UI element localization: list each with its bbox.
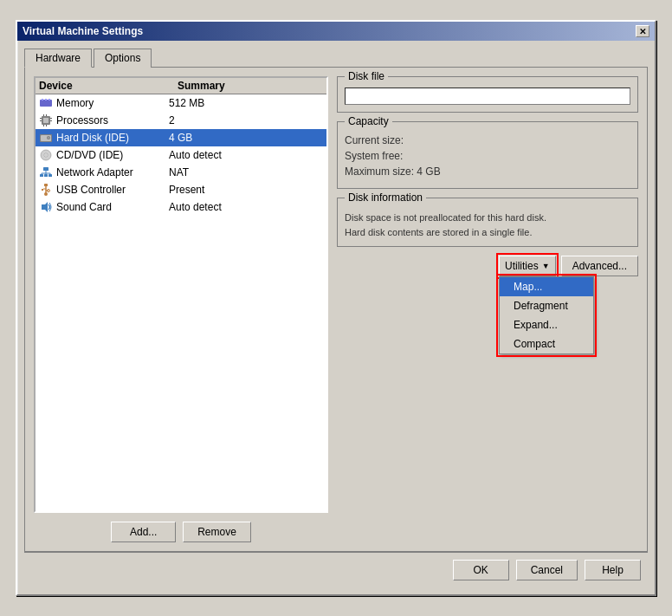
virtual-machine-settings-window: Virtual Machine Settings ✕ Hardware Opti… — [16, 20, 656, 596]
svg-rect-2 — [45, 99, 47, 101]
table-header: Device Summary — [36, 78, 326, 94]
device-summary: Present — [169, 184, 323, 196]
device-summary: 2 — [169, 114, 323, 126]
svg-rect-22 — [40, 174, 43, 177]
device-summary: Auto detect — [169, 149, 323, 161]
current-size-label: Current size: — [345, 134, 404, 146]
help-button[interactable]: Help — [585, 560, 641, 580]
window-content: Hardware Options Device Summary — [17, 41, 655, 594]
disk-file-title: Disk file — [345, 70, 388, 82]
left-panel: Device Summary Mem — [34, 76, 328, 542]
capacity-title: Capacity — [345, 115, 392, 127]
table-row[interactable]: Processors 2 — [36, 112, 326, 129]
current-size-row: Current size: — [345, 134, 630, 146]
utilities-button[interactable]: Utilities ▼ — [499, 256, 556, 276]
table-row[interactable]: Hard Disk (IDE) 4 GB — [36, 129, 326, 146]
svg-rect-8 — [50, 118, 52, 119]
svg-rect-5 — [43, 118, 48, 123]
device-name: USB Controller — [56, 184, 169, 196]
title-bar: Virtual Machine Settings ✕ — [17, 22, 655, 41]
device-name: Hard Disk (IDE) — [56, 132, 169, 144]
svg-rect-23 — [44, 174, 48, 177]
utilities-toolbar: Utilities ▼ Map... Defragment Expand... … — [337, 256, 638, 276]
window-title: Virtual Machine Settings — [23, 25, 143, 37]
close-button[interactable]: ✕ — [636, 25, 649, 37]
left-buttons: Add... Remove — [34, 522, 328, 542]
svg-point-20 — [45, 154, 47, 156]
tab-options[interactable]: Options — [94, 49, 152, 68]
hdd-icon — [39, 131, 53, 145]
disk-info-line2: Hard disk contents are stored in a singl… — [345, 225, 630, 240]
utilities-container: Utilities ▼ Map... Defragment Expand... … — [499, 256, 556, 276]
ok-button[interactable]: OK — [453, 560, 509, 580]
svg-rect-7 — [40, 120, 42, 121]
svg-rect-1 — [42, 99, 43, 101]
device-summary: 4 GB — [169, 132, 323, 144]
svg-rect-21 — [43, 167, 48, 171]
cdrom-icon — [39, 148, 53, 162]
memory-icon — [39, 96, 53, 110]
device-name: Sound Card — [56, 201, 169, 213]
system-free-label: System free: — [345, 150, 403, 162]
svg-point-17 — [48, 137, 49, 139]
dropdown-item-map[interactable]: Map... — [500, 277, 593, 296]
disk-file-group: Disk file — [337, 76, 638, 113]
system-free-row: System free: — [345, 150, 630, 162]
device-name: Processors — [56, 114, 169, 126]
table-row[interactable]: USB Controller Present — [36, 181, 326, 198]
svg-rect-6 — [40, 118, 42, 119]
right-panel: Disk file Capacity Current size: System … — [337, 76, 638, 542]
svg-rect-9 — [50, 120, 52, 121]
disk-info-title: Disk information — [345, 191, 426, 204]
tab-hardware[interactable]: Hardware — [24, 49, 92, 68]
svg-rect-13 — [46, 125, 47, 126]
svg-rect-0 — [40, 100, 52, 107]
device-summary: NAT — [169, 166, 323, 178]
maximum-size-label: Maximum size: 4 GB — [345, 165, 441, 178]
dropdown-arrow-icon: ▼ — [542, 262, 550, 270]
disk-file-input[interactable] — [345, 88, 630, 105]
table-row[interactable]: CD/DVD (IDE) Auto detect — [36, 146, 326, 164]
svg-rect-33 — [42, 189, 43, 191]
svg-rect-10 — [43, 114, 44, 116]
dropdown-item-defragment[interactable]: Defragment — [500, 296, 593, 315]
remove-button[interactable]: Remove — [183, 522, 251, 542]
dropdown-item-expand[interactable]: Expand... — [500, 315, 593, 334]
maximum-size-row: Maximum size: 4 GB — [345, 165, 630, 178]
device-summary: Auto detect — [169, 201, 323, 213]
dropdown-item-compact[interactable]: Compact — [500, 334, 593, 353]
usb-icon — [39, 183, 53, 197]
device-summary: 512 MB — [169, 97, 323, 109]
add-button[interactable]: Add... — [111, 522, 176, 542]
utilities-label: Utilities — [505, 260, 539, 272]
svg-rect-3 — [48, 99, 50, 101]
svg-point-36 — [44, 192, 48, 196]
svg-rect-12 — [43, 125, 44, 126]
svg-rect-24 — [48, 174, 52, 177]
column-device: Device — [39, 80, 178, 92]
svg-rect-30 — [44, 184, 48, 186]
disk-info-group: Disk information Disk space is not preal… — [337, 198, 638, 247]
disk-info-line1: Disk space is not preallocated for this … — [345, 211, 630, 225]
table-row[interactable]: Sound Card Auto detect — [36, 198, 326, 216]
device-name: CD/DVD (IDE) — [56, 149, 169, 161]
svg-rect-11 — [46, 114, 47, 116]
utilities-dropdown: Map... Defragment Expand... Compact — [499, 276, 594, 354]
device-table: Device Summary Mem — [34, 76, 328, 513]
tab-bar: Hardware Options — [24, 48, 648, 67]
dialog-buttons: OK Cancel Help — [24, 552, 648, 587]
svg-marker-37 — [42, 202, 48, 212]
main-area: Device Summary Mem — [24, 67, 648, 552]
table-row[interactable]: Network Adapter NAT — [36, 164, 326, 181]
table-row[interactable]: Memory 512 MB — [36, 94, 326, 112]
device-name: Network Adapter — [56, 166, 169, 178]
capacity-group: Capacity Current size: System free: Maxi… — [337, 121, 638, 189]
sound-icon — [39, 200, 53, 214]
processor-icon — [39, 113, 53, 127]
device-name: Memory — [56, 97, 169, 109]
cancel-button[interactable]: Cancel — [516, 560, 578, 580]
advanced-button[interactable]: Advanced... — [561, 256, 638, 276]
network-icon — [39, 165, 53, 179]
column-summary: Summary — [178, 80, 323, 92]
